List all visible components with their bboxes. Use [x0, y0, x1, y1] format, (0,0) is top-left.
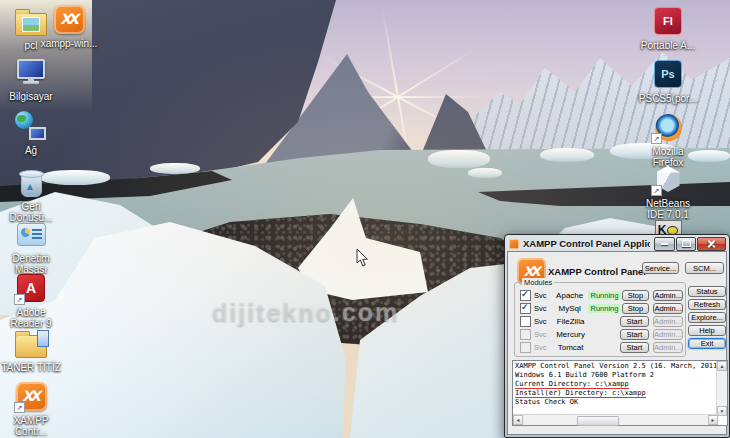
svc-label: Svc	[534, 291, 552, 300]
close-button[interactable]	[697, 237, 726, 251]
scroll-left-icon[interactable]	[513, 415, 523, 425]
modules-label: Modules	[522, 278, 554, 287]
start-button[interactable]: Start	[620, 329, 649, 340]
xampp-window-icon	[509, 239, 519, 249]
adobe-reader-icon: A	[14, 271, 48, 305]
svc-checkbox[interactable]	[520, 290, 531, 301]
folder-icon	[14, 326, 48, 360]
xampp-icon: XX	[14, 379, 48, 413]
minimize-icon	[661, 243, 668, 245]
svc-checkbox[interactable]	[520, 316, 531, 327]
window-title: XAMPP Control Panel Application	[523, 238, 650, 249]
svc-checkbox	[520, 342, 531, 353]
module-row-filezilla: Svc FileZilla Start Admin...	[518, 315, 683, 328]
log-output[interactable]: XAMPP Control Panel Version 2.5 (16. Mar…	[512, 360, 728, 426]
floating-ice	[150, 163, 200, 174]
start-button[interactable]: Start	[620, 316, 649, 327]
shortcut-arrow-icon	[651, 133, 662, 144]
svc-label: Svc	[534, 317, 552, 326]
admin-button[interactable]: Admin...	[653, 290, 683, 301]
computer-icon	[14, 55, 48, 89]
log-line: Current Directory: c:\xampp	[515, 380, 716, 389]
firefox-icon	[651, 110, 685, 144]
stop-button[interactable]: Stop	[622, 290, 650, 301]
icon-label: pcl	[25, 40, 38, 51]
exit-button[interactable]: Exit	[688, 338, 726, 349]
floating-ice	[540, 148, 594, 162]
desktop-icon-control-panel[interactable]: Denetim Masası	[0, 217, 62, 275]
scrollbar-thumb[interactable]	[577, 416, 619, 426]
desktop-icon-netbeans[interactable]: NetBeans IDE 7.0.1	[637, 162, 699, 220]
desktop-icon-xampp-shortcut[interactable]: XX XAMPP Contr...	[0, 379, 62, 437]
stop-button[interactable]: Stop	[622, 303, 650, 314]
log-text: XAMPP Control Panel Version 2.5 (16. Mar…	[515, 362, 716, 415]
module-row-mysql: Svc MySql Running Stop Admin...	[518, 302, 683, 315]
recycle-bin-icon	[14, 165, 48, 199]
module-row-tomcat: Svc Tomcat Start Admin...	[518, 341, 683, 354]
start-button[interactable]: Start	[620, 342, 649, 353]
icon-label: PSCS5(por...	[639, 93, 697, 104]
control-panel-icon	[14, 217, 48, 251]
admin-button: Admin...	[653, 316, 683, 327]
icon-label: TANER TİTİZ	[1, 362, 61, 373]
svc-label: Svc	[534, 343, 552, 352]
admin-button[interactable]: Admin...	[653, 303, 683, 314]
desktop-icon-recycle-bin[interactable]: Geri Dönüşü...	[0, 165, 62, 223]
maximize-button[interactable]	[676, 237, 696, 251]
admin-button: Admin...	[653, 329, 683, 340]
mouse-cursor-icon	[356, 248, 369, 268]
module-name: FileZilla	[552, 317, 589, 326]
desktop-icon-xampp-installer[interactable]: XX xampp-win...	[38, 2, 100, 49]
desktop-icon-network[interactable]: Ağ	[0, 109, 62, 156]
close-icon	[707, 239, 716, 248]
help-button[interactable]: Help	[688, 325, 726, 336]
log-line: Windows 6.1 Build 7600 Platform 2	[515, 371, 716, 380]
maximize-icon	[682, 240, 691, 247]
scm-button[interactable]: SCM...	[685, 262, 724, 274]
refresh-button[interactable]: Refresh	[688, 299, 726, 310]
shortcut-arrow-icon	[651, 185, 662, 196]
desktop-icon-taner-titiz-folder[interactable]: TANER TİTİZ	[0, 326, 62, 373]
xampp-icon: XX	[52, 2, 86, 36]
desktop-icon-firefox[interactable]: Mozilla Firefox	[637, 110, 699, 168]
icon-label: Portable A...	[641, 40, 695, 51]
service-button[interactable]: Service...	[642, 262, 679, 274]
desktop-icon-computer[interactable]: Bilgisayar	[0, 55, 62, 102]
flash-icon: Fl	[651, 4, 685, 38]
module-name: Tomcat	[552, 343, 589, 352]
svc-checkbox[interactable]	[520, 303, 531, 314]
vertical-scrollbar[interactable]	[716, 361, 727, 416]
watermark: dijitekno.com	[212, 300, 399, 325]
network-icon	[14, 109, 48, 143]
netbeans-icon	[651, 162, 685, 196]
scroll-down-icon[interactable]	[717, 406, 727, 416]
module-name: Mercury	[552, 330, 589, 339]
log-line: Status Check OK	[515, 398, 716, 407]
status-button[interactable]: Status	[688, 286, 726, 297]
explore-button[interactable]: Explore...	[688, 312, 726, 323]
module-name: MySql	[552, 304, 588, 313]
floating-ice	[428, 150, 490, 168]
svc-label: Svc	[534, 330, 552, 339]
module-status: Running	[588, 304, 621, 313]
module-status: Running	[588, 291, 621, 300]
svc-label: Svc	[534, 304, 552, 313]
admin-button: Admin...	[653, 342, 683, 353]
desktop-icon-flash-portable[interactable]: Fl Portable A...	[637, 4, 699, 51]
desktop-icon-photoshop[interactable]: Ps PSCS5(por...	[637, 57, 699, 104]
modules-groupbox: Modules Svc Apache Running Stop Admin...…	[514, 282, 686, 357]
window-titlebar[interactable]: XAMPP Control Panel Application	[505, 235, 729, 251]
module-row-apache: Svc Apache Running Stop Admin...	[518, 289, 683, 302]
horizontal-scrollbar[interactable]	[513, 414, 718, 425]
log-line: XAMPP Control Panel Version 2.5 (16. Mar…	[515, 362, 716, 371]
scroll-right-icon[interactable]	[708, 415, 718, 425]
scroll-up-icon[interactable]	[717, 361, 727, 371]
minimize-button[interactable]	[654, 237, 675, 251]
desktop-icon-adobe-reader[interactable]: A Adobe Reader 9	[0, 271, 62, 329]
xampp-window: XAMPP Control Panel Application XX XAMPP…	[504, 234, 730, 438]
shortcut-arrow-icon	[14, 402, 25, 413]
desktop: dijitekno.com pcl XX xampp-win... Bilgis…	[0, 0, 730, 438]
icon-label: Bilgisayar	[9, 91, 52, 102]
shortcut-arrow-icon	[14, 294, 25, 305]
icon-label: xampp-win...	[41, 38, 98, 49]
